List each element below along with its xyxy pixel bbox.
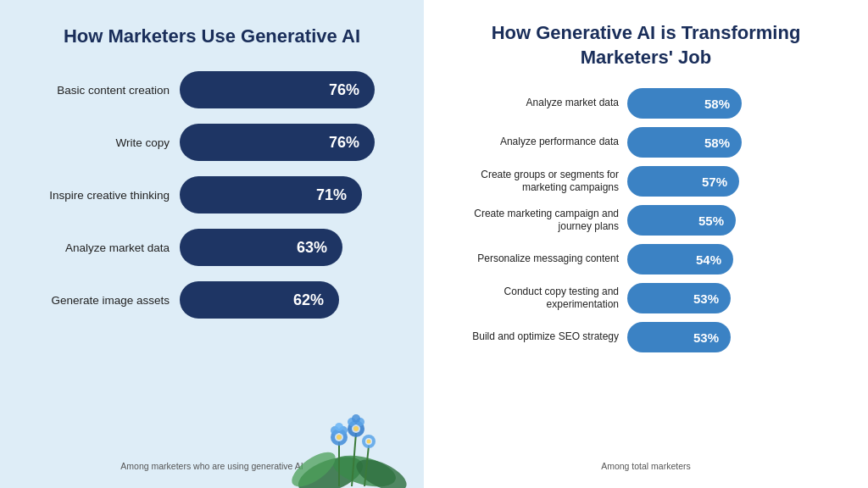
right-bar-label: Create groups or segments for marketing … — [458, 169, 619, 195]
right-bar-row: Create groups or segments for marketing … — [458, 166, 834, 197]
left-panel: How Marketers Use Generative AI Basic co… — [0, 0, 424, 488]
right-bar-row: Analyze performance data 58% — [458, 127, 834, 158]
right-bar-label: Analyze performance data — [458, 136, 619, 149]
left-title: How Marketers Use Generative AI — [34, 25, 390, 47]
left-bar: 63% — [180, 229, 342, 266]
left-bar-row: Generate image assets 62% — [34, 281, 390, 319]
right-bar-row: Analyze market data 58% — [458, 88, 834, 119]
left-bar-label: Basic content creation — [34, 83, 170, 98]
left-bar-label: Analyze market data — [34, 241, 170, 256]
right-panel: How Generative AI is Transforming Market… — [424, 0, 868, 488]
right-bar-row: Conduct copy testing and experimentation… — [458, 283, 834, 313]
svg-point-11 — [335, 423, 343, 431]
left-bar: 71% — [180, 176, 362, 214]
left-bar-row: Analyze market data 63% — [34, 229, 390, 266]
right-title: How Generative AI is Transforming Market… — [458, 21, 834, 69]
svg-point-20 — [353, 426, 359, 431]
left-bars-container: Basic content creation 76% Write copy 76… — [34, 71, 390, 334]
right-bar-label: Analyze market data — [458, 97, 619, 110]
right-bar-label: Create marketing campaign and journey pl… — [458, 208, 619, 234]
left-bar-label: Write copy — [34, 136, 170, 151]
right-bar-label: Conduct copy testing and experimentation — [458, 286, 619, 312]
left-bar-label: Generate image assets — [34, 293, 170, 308]
left-bar-row: Write copy 76% — [34, 124, 390, 161]
right-bar: 58% — [627, 127, 742, 158]
right-bar-row: Create marketing campaign and journey pl… — [458, 205, 834, 236]
svg-point-21 — [367, 440, 371, 444]
left-bar-label: Inspire creative thinking — [34, 188, 170, 203]
right-bar: 53% — [627, 322, 731, 352]
left-bar: 62% — [180, 281, 339, 319]
right-bars-container: Analyze market data 58% Analyze performa… — [458, 88, 834, 361]
svg-point-16 — [352, 414, 360, 423]
right-bar-row: Build and optimize SEO strategy 53% — [458, 322, 834, 352]
left-bar: 76% — [180, 71, 375, 108]
right-bar: 58% — [627, 88, 742, 119]
flower-decoration — [288, 395, 407, 488]
left-bar: 76% — [180, 124, 375, 161]
right-bar-row: Personalize messaging content 54% — [458, 244, 834, 274]
left-bar-row: Basic content creation 76% — [34, 71, 390, 108]
right-bar: 54% — [627, 244, 733, 274]
right-footnote: Among total marketers — [458, 454, 834, 471]
right-bar-label: Personalize messaging content — [458, 252, 619, 266]
right-bar-label: Build and optimize SEO strategy — [458, 330, 619, 344]
left-bar-row: Inspire creative thinking 71% — [34, 176, 390, 214]
right-bar: 55% — [627, 205, 736, 236]
right-bar: 53% — [627, 283, 731, 313]
right-bar: 57% — [627, 166, 739, 197]
svg-point-19 — [337, 435, 342, 440]
